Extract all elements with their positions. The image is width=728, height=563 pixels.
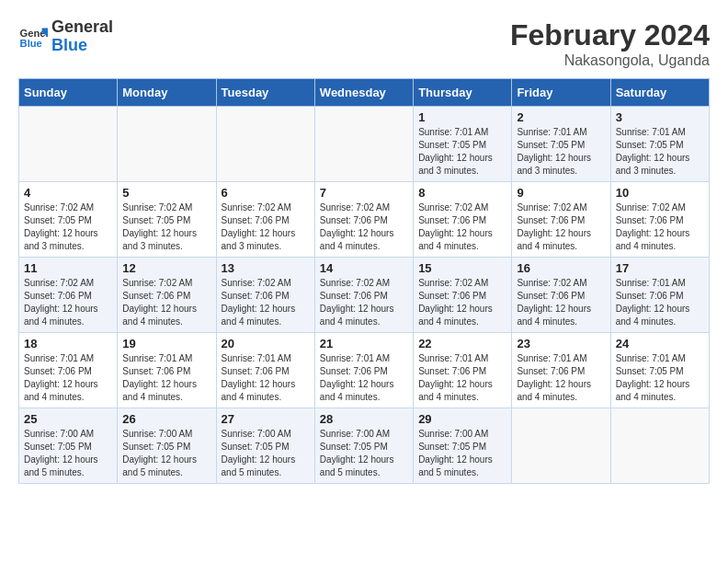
day-info: Sunrise: 7:01 AM Sunset: 7:05 PM Dayligh… — [418, 126, 506, 178]
day-number: 18 — [24, 337, 112, 350]
day-info: Sunrise: 7:02 AM Sunset: 7:05 PM Dayligh… — [24, 201, 112, 253]
day-info: Sunrise: 7:02 AM Sunset: 7:06 PM Dayligh… — [320, 277, 408, 328]
header-tuesday: Tuesday — [216, 79, 314, 107]
day-number: 15 — [418, 261, 506, 275]
calendar-cell: 7Sunrise: 7:02 AM Sunset: 7:06 PM Daylig… — [314, 182, 413, 258]
day-number: 20 — [222, 337, 310, 350]
day-number: 9 — [517, 186, 605, 200]
logo-text: General Blue — [51, 18, 113, 55]
calendar-cell: 9Sunrise: 7:02 AM Sunset: 7:06 PM Daylig… — [512, 182, 610, 258]
day-number: 1 — [418, 110, 506, 124]
day-number: 14 — [320, 261, 408, 275]
calendar-week-2: 4Sunrise: 7:02 AM Sunset: 7:05 PM Daylig… — [19, 182, 710, 258]
day-info: Sunrise: 7:02 AM Sunset: 7:05 PM Dayligh… — [122, 201, 210, 253]
day-number: 4 — [24, 186, 112, 200]
day-number: 7 — [320, 186, 408, 200]
calendar-cell: 14Sunrise: 7:02 AM Sunset: 7:06 PM Dayli… — [314, 258, 413, 333]
day-info: Sunrise: 7:00 AM Sunset: 7:05 PM Dayligh… — [122, 428, 210, 479]
calendar-cell: 25Sunrise: 7:00 AM Sunset: 7:05 PM Dayli… — [19, 408, 118, 484]
header-saturday: Saturday — [610, 79, 709, 107]
day-info: Sunrise: 7:01 AM Sunset: 7:06 PM Dayligh… — [517, 352, 605, 404]
calendar-cell: 22Sunrise: 7:01 AM Sunset: 7:06 PM Dayli… — [414, 333, 512, 408]
day-info: Sunrise: 7:01 AM Sunset: 7:05 PM Dayligh… — [616, 126, 704, 178]
day-info: Sunrise: 7:01 AM Sunset: 7:05 PM Dayligh… — [616, 352, 704, 404]
day-info: Sunrise: 7:02 AM Sunset: 7:06 PM Dayligh… — [418, 201, 506, 253]
day-info: Sunrise: 7:02 AM Sunset: 7:06 PM Dayligh… — [24, 277, 112, 328]
day-info: Sunrise: 7:00 AM Sunset: 7:05 PM Dayligh… — [222, 428, 310, 479]
day-number: 24 — [616, 337, 704, 350]
day-info: Sunrise: 7:01 AM Sunset: 7:06 PM Dayligh… — [320, 352, 408, 404]
calendar-cell: 18Sunrise: 7:01 AM Sunset: 7:06 PM Dayli… — [19, 333, 118, 408]
calendar-cell: 8Sunrise: 7:02 AM Sunset: 7:06 PM Daylig… — [414, 182, 512, 258]
day-number: 29 — [418, 412, 506, 426]
calendar-cell: 29Sunrise: 7:00 AM Sunset: 7:05 PM Dayli… — [414, 408, 512, 484]
header-monday: Monday — [118, 79, 216, 107]
day-info: Sunrise: 7:00 AM Sunset: 7:05 PM Dayligh… — [24, 428, 112, 479]
calendar-cell — [216, 107, 314, 182]
calendar-cell: 26Sunrise: 7:00 AM Sunset: 7:05 PM Dayli… — [118, 408, 216, 484]
header-sunday: Sunday — [19, 79, 118, 107]
day-info: Sunrise: 7:01 AM Sunset: 7:06 PM Dayligh… — [616, 277, 704, 328]
calendar-cell: 16Sunrise: 7:02 AM Sunset: 7:06 PM Dayli… — [512, 258, 610, 333]
day-info: Sunrise: 7:01 AM Sunset: 7:06 PM Dayligh… — [24, 352, 112, 404]
day-number: 10 — [616, 186, 704, 200]
day-info: Sunrise: 7:01 AM Sunset: 7:05 PM Dayligh… — [517, 126, 605, 178]
calendar-cell: 2Sunrise: 7:01 AM Sunset: 7:05 PM Daylig… — [512, 107, 610, 182]
svg-text:Blue: Blue — [20, 38, 42, 49]
day-number: 12 — [122, 261, 210, 275]
day-number: 23 — [517, 337, 605, 350]
calendar-cell — [19, 107, 118, 182]
day-number: 19 — [122, 337, 210, 350]
calendar-week-5: 25Sunrise: 7:00 AM Sunset: 7:05 PM Dayli… — [19, 408, 710, 484]
day-info: Sunrise: 7:01 AM Sunset: 7:06 PM Dayligh… — [418, 352, 506, 404]
header-wednesday: Wednesday — [314, 79, 413, 107]
calendar-week-3: 11Sunrise: 7:02 AM Sunset: 7:06 PM Dayli… — [19, 258, 710, 333]
day-info: Sunrise: 7:00 AM Sunset: 7:05 PM Dayligh… — [320, 428, 408, 479]
calendar-cell: 21Sunrise: 7:01 AM Sunset: 7:06 PM Dayli… — [314, 333, 413, 408]
main-title: February 2024 — [510, 18, 710, 52]
day-info: Sunrise: 7:01 AM Sunset: 7:06 PM Dayligh… — [222, 352, 310, 404]
logo-icon: General Blue — [18, 22, 48, 52]
calendar-cell: 1Sunrise: 7:01 AM Sunset: 7:05 PM Daylig… — [414, 107, 512, 182]
day-info: Sunrise: 7:00 AM Sunset: 7:05 PM Dayligh… — [418, 428, 506, 479]
header-friday: Friday — [512, 79, 610, 107]
day-info: Sunrise: 7:02 AM Sunset: 7:06 PM Dayligh… — [222, 277, 310, 328]
calendar-cell — [512, 408, 610, 484]
calendar-header-row: SundayMondayTuesdayWednesdayThursdayFrid… — [19, 79, 710, 107]
day-info: Sunrise: 7:01 AM Sunset: 7:06 PM Dayligh… — [122, 352, 210, 404]
calendar-cell: 12Sunrise: 7:02 AM Sunset: 7:06 PM Dayli… — [118, 258, 216, 333]
day-info: Sunrise: 7:02 AM Sunset: 7:06 PM Dayligh… — [320, 201, 408, 253]
calendar-cell — [610, 408, 709, 484]
calendar-cell: 15Sunrise: 7:02 AM Sunset: 7:06 PM Dayli… — [414, 258, 512, 333]
title-block: February 2024 Nakasongola, Uganda — [510, 18, 710, 69]
day-number: 22 — [418, 337, 506, 350]
calendar-cell: 24Sunrise: 7:01 AM Sunset: 7:05 PM Dayli… — [610, 333, 709, 408]
day-number: 6 — [222, 186, 310, 200]
subtitle: Nakasongola, Uganda — [510, 52, 710, 69]
calendar-cell: 5Sunrise: 7:02 AM Sunset: 7:05 PM Daylig… — [118, 182, 216, 258]
calendar-week-1: 1Sunrise: 7:01 AM Sunset: 7:05 PM Daylig… — [19, 107, 710, 182]
day-number: 27 — [222, 412, 310, 426]
day-info: Sunrise: 7:02 AM Sunset: 7:06 PM Dayligh… — [222, 201, 310, 253]
day-number: 26 — [122, 412, 210, 426]
day-info: Sunrise: 7:02 AM Sunset: 7:06 PM Dayligh… — [418, 277, 506, 328]
calendar-cell: 28Sunrise: 7:00 AM Sunset: 7:05 PM Dayli… — [314, 408, 413, 484]
calendar-cell: 6Sunrise: 7:02 AM Sunset: 7:06 PM Daylig… — [216, 182, 314, 258]
calendar-cell: 23Sunrise: 7:01 AM Sunset: 7:06 PM Dayli… — [512, 333, 610, 408]
day-number: 28 — [320, 412, 408, 426]
day-number: 25 — [24, 412, 112, 426]
calendar-cell: 27Sunrise: 7:00 AM Sunset: 7:05 PM Dayli… — [216, 408, 314, 484]
calendar-cell: 13Sunrise: 7:02 AM Sunset: 7:06 PM Dayli… — [216, 258, 314, 333]
calendar-cell: 19Sunrise: 7:01 AM Sunset: 7:06 PM Dayli… — [118, 333, 216, 408]
calendar-cell: 20Sunrise: 7:01 AM Sunset: 7:06 PM Dayli… — [216, 333, 314, 408]
day-info: Sunrise: 7:02 AM Sunset: 7:06 PM Dayligh… — [517, 277, 605, 328]
day-number: 8 — [418, 186, 506, 200]
day-info: Sunrise: 7:02 AM Sunset: 7:06 PM Dayligh… — [122, 277, 210, 328]
day-number: 5 — [122, 186, 210, 200]
calendar-cell: 3Sunrise: 7:01 AM Sunset: 7:05 PM Daylig… — [610, 107, 709, 182]
calendar-cell: 10Sunrise: 7:02 AM Sunset: 7:06 PM Dayli… — [610, 182, 709, 258]
day-number: 13 — [222, 261, 310, 275]
calendar-cell — [314, 107, 413, 182]
header-thursday: Thursday — [414, 79, 512, 107]
day-number: 2 — [517, 110, 605, 124]
